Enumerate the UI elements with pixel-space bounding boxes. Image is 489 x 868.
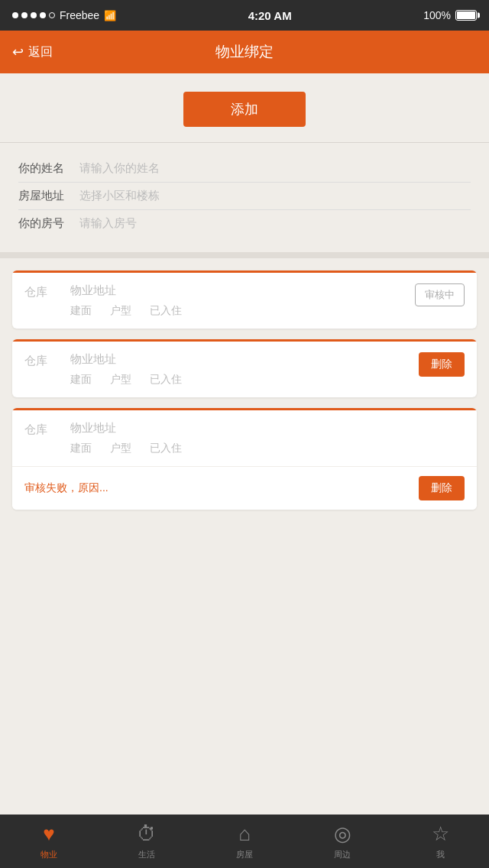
star-icon xyxy=(432,822,449,846)
tab-property-label: 物业 xyxy=(40,849,57,860)
tab-bar: 物业 生活 房屋 周边 我 xyxy=(0,815,489,868)
clock-icon xyxy=(137,822,157,846)
error-text-3: 审核失败，原因... xyxy=(24,481,108,495)
form-input-name[interactable]: 请输入你的姓名 xyxy=(79,161,160,176)
detail-status-1: 已入住 xyxy=(150,304,182,318)
location-icon xyxy=(334,822,351,846)
card-address-1: 物业地址 xyxy=(70,283,415,298)
nav-title: 物业绑定 xyxy=(215,42,274,62)
dot3 xyxy=(31,12,37,18)
detail-area-3: 建面 xyxy=(70,442,92,455)
heart-icon xyxy=(43,822,54,846)
status-bar: Freebee 📶 4:20 AM 100% xyxy=(0,0,489,31)
dot1 xyxy=(12,12,18,18)
card-address-2: 物业地址 xyxy=(70,352,419,367)
warehouse-label-2: 仓库 xyxy=(24,352,70,368)
property-card-3: 仓库 物业地址 建面 户型 已入住 审核失败，原因... 删除 xyxy=(12,408,477,510)
add-button[interactable]: 添加 xyxy=(183,92,306,127)
tab-nearby[interactable]: 周边 xyxy=(293,822,391,860)
warehouse-label-3: 仓库 xyxy=(24,421,70,437)
tab-nearby-label: 周边 xyxy=(334,849,351,860)
card-details-2: 建面 户型 已入住 xyxy=(70,373,419,387)
card-address-3: 物业地址 xyxy=(70,421,465,436)
dot4 xyxy=(40,12,46,18)
form-input-address[interactable]: 选择小区和楼栋 xyxy=(79,189,160,203)
card-footer-error-3: 审核失败，原因... 删除 xyxy=(12,466,477,510)
back-label: 返回 xyxy=(28,44,53,60)
card-info-2: 物业地址 建面 户型 已入住 xyxy=(70,352,419,387)
detail-area-2: 建面 xyxy=(70,373,92,387)
signal-dots xyxy=(12,12,55,18)
property-card-1: 仓库 物业地址 建面 户型 已入住 审核中 xyxy=(12,270,477,329)
warehouse-label-1: 仓库 xyxy=(24,283,70,300)
tab-me[interactable]: 我 xyxy=(391,822,489,860)
form-label-address: 房屋地址 xyxy=(18,189,79,203)
status-time: 4:20 AM xyxy=(248,9,292,22)
detail-area-1: 建面 xyxy=(70,304,92,318)
tab-property[interactable]: 物业 xyxy=(0,822,98,860)
card-info-1: 物业地址 建面 户型 已入住 xyxy=(70,283,415,318)
carrier-label: Freebee xyxy=(60,9,99,21)
card-body-1: 仓库 物业地址 建面 户型 已入住 审核中 xyxy=(12,273,477,329)
add-section: 添加 xyxy=(0,73,489,143)
battery-icon xyxy=(455,10,477,21)
status-right: 100% xyxy=(423,9,477,21)
delete-button-2[interactable]: 删除 xyxy=(419,352,465,377)
card-details-1: 建面 户型 已入住 xyxy=(70,304,415,318)
content-area: 添加 你的姓名 请输入你的姓名 房屋地址 选择小区和楼栋 你的房号 请输入房号 … xyxy=(0,73,489,815)
nav-bar: ↩ 返回 物业绑定 xyxy=(0,31,489,73)
status-left: Freebee 📶 xyxy=(12,9,116,21)
property-card-2: 仓库 物业地址 建面 户型 已入住 删除 xyxy=(12,339,477,397)
form-row-name: 你的姓名 请输入你的姓名 xyxy=(18,155,471,183)
back-arrow-icon: ↩ xyxy=(12,44,24,60)
card-action-2: 删除 xyxy=(419,352,465,377)
card-action-1: 审核中 xyxy=(415,283,465,306)
tab-me-label: 我 xyxy=(436,849,445,860)
battery-fill xyxy=(457,11,475,19)
back-button[interactable]: ↩ 返回 xyxy=(12,44,53,60)
dot5 xyxy=(49,12,55,18)
dot2 xyxy=(21,12,28,18)
detail-type-1: 户型 xyxy=(110,304,131,318)
battery-label: 100% xyxy=(423,9,451,21)
tab-house[interactable]: 房屋 xyxy=(196,822,293,860)
form-label-name: 你的姓名 xyxy=(18,161,79,176)
card-info-3: 物业地址 建面 户型 已入住 xyxy=(70,421,465,455)
form-row-room: 你的房号 请输入房号 xyxy=(18,210,471,237)
tab-life-label: 生活 xyxy=(138,849,155,860)
card-details-3: 建面 户型 已入住 xyxy=(70,442,465,455)
detail-type-3: 户型 xyxy=(110,442,131,455)
tab-house-label: 房屋 xyxy=(236,849,253,860)
form-section: 你的姓名 请输入你的姓名 房屋地址 选择小区和楼栋 你的房号 请输入房号 xyxy=(0,143,489,258)
delete-button-3[interactable]: 删除 xyxy=(419,476,465,500)
card-body-3: 仓库 物业地址 建面 户型 已入住 xyxy=(12,410,477,466)
detail-status-3: 已入住 xyxy=(150,442,182,455)
home-icon xyxy=(238,822,251,846)
detail-status-2: 已入住 xyxy=(150,373,182,387)
form-label-room: 你的房号 xyxy=(18,216,79,231)
detail-type-2: 户型 xyxy=(110,373,131,387)
form-row-address: 房屋地址 选择小区和楼栋 xyxy=(18,183,471,210)
cards-section: 仓库 物业地址 建面 户型 已入住 审核中 仓库 xyxy=(0,258,489,522)
wifi-icon: 📶 xyxy=(104,10,116,21)
review-button-1[interactable]: 审核中 xyxy=(415,283,465,306)
form-input-room[interactable]: 请输入房号 xyxy=(79,216,137,231)
card-body-2: 仓库 物业地址 建面 户型 已入住 删除 xyxy=(12,342,477,397)
tab-life[interactable]: 生活 xyxy=(98,822,196,860)
